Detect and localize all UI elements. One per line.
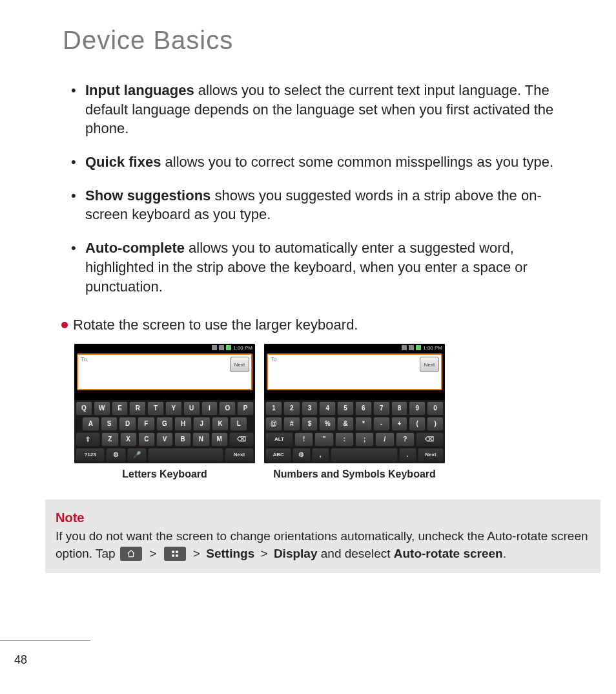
key: F xyxy=(138,417,155,431)
key: L xyxy=(230,417,247,431)
key: R xyxy=(129,401,146,415)
space-key xyxy=(148,448,223,462)
svg-rect-3 xyxy=(176,555,178,558)
key: 2 xyxy=(283,401,300,415)
svg-rect-1 xyxy=(176,551,178,554)
key: A xyxy=(82,417,99,431)
alt-key: ALT xyxy=(265,432,293,447)
key: Y xyxy=(165,401,182,415)
battery-icon xyxy=(226,345,231,350)
signal-icon xyxy=(402,345,407,350)
list-item: Quick fixes allows you to correct some c… xyxy=(71,152,577,172)
space-key xyxy=(331,448,398,462)
svg-rect-0 xyxy=(172,551,174,554)
key: 1 xyxy=(265,401,282,415)
next-button: Next xyxy=(420,357,439,372)
key: H xyxy=(174,417,192,431)
page-title: Device Basics xyxy=(63,26,577,55)
key: O xyxy=(219,401,236,415)
path-autorotate: Auto-rotate screen xyxy=(394,547,503,560)
network-icon xyxy=(219,345,224,350)
key: J xyxy=(193,417,210,431)
feature-label: Auto-complete xyxy=(85,240,185,256)
note-body-post: . xyxy=(503,547,506,560)
suggestion-bar xyxy=(264,392,445,400)
page-number: 48 xyxy=(14,653,27,667)
key: S xyxy=(101,417,118,431)
key: ! xyxy=(294,432,313,447)
key: @ xyxy=(265,417,282,431)
feature-label: Quick fixes xyxy=(85,154,161,170)
text-input-area: To Next xyxy=(267,353,442,390)
svg-rect-2 xyxy=(172,555,174,558)
key: Z xyxy=(101,432,118,447)
next-key: Next xyxy=(225,448,254,462)
status-time: 1:00 PM xyxy=(423,345,442,351)
key: K xyxy=(212,417,229,431)
key: 6 xyxy=(355,401,372,415)
feature-label: Input languages xyxy=(85,82,194,98)
caption-letters: Letters Keyboard xyxy=(74,468,255,480)
breadcrumb-sep: > xyxy=(260,547,267,560)
key: ) xyxy=(427,417,444,431)
key: I xyxy=(201,401,218,415)
key: & xyxy=(337,417,354,431)
key: P xyxy=(237,401,254,415)
rotate-instruction: Rotate the screen to use the larger keyb… xyxy=(61,315,577,335)
path-settings: Settings xyxy=(206,547,254,560)
caption-numbers: Numbers and Symbols Keyboard xyxy=(264,468,445,480)
status-bar: 1:00 PM xyxy=(264,344,445,352)
next-key: Next xyxy=(418,448,444,462)
input-to-label: To xyxy=(268,355,418,364)
key: G xyxy=(156,417,174,431)
network-icon xyxy=(409,345,414,350)
key: - xyxy=(373,417,390,431)
note-box: Note If you do not want the screen to ch… xyxy=(45,499,601,573)
text-input-area: To Next xyxy=(77,353,252,390)
home-icon xyxy=(120,547,142,561)
key: C xyxy=(138,432,155,447)
footer-rule xyxy=(0,640,90,641)
key: 9 xyxy=(409,401,426,415)
key: 3 xyxy=(302,401,318,415)
list-item: Auto-complete allows you to automaticall… xyxy=(71,238,577,296)
screenshot-row: 1:00 PM To Next Q W E R T Y U I O P xyxy=(74,344,577,463)
next-button: Next xyxy=(230,357,249,372)
key: ; xyxy=(355,432,374,447)
apps-icon xyxy=(164,547,186,561)
mic-key: 🎤 xyxy=(127,448,147,462)
key: ( xyxy=(409,417,426,431)
key: : xyxy=(335,432,354,447)
key: N xyxy=(192,432,209,447)
key: 4 xyxy=(319,401,336,415)
bullet-icon xyxy=(61,322,68,328)
input-to-label: To xyxy=(78,355,228,364)
key: + xyxy=(391,417,408,431)
screenshot-captions: Letters Keyboard Numbers and Symbols Key… xyxy=(74,468,577,480)
path-display: Display xyxy=(274,547,318,560)
key: X xyxy=(120,432,137,447)
backspace-key: ⌫ xyxy=(416,432,444,447)
keyboard-letters: Q W E R T Y U I O P A S D F G H xyxy=(74,400,255,463)
key: / xyxy=(375,432,394,447)
key: % xyxy=(319,417,336,431)
screenshot-letters-keyboard: 1:00 PM To Next Q W E R T Y U I O P xyxy=(74,344,255,463)
period-key: . xyxy=(399,448,416,462)
key: V xyxy=(156,432,173,447)
suggestion-bar xyxy=(74,392,255,400)
symbol-toggle-key: ?123 xyxy=(76,448,105,462)
comma-key: , xyxy=(312,448,329,462)
key: $ xyxy=(302,417,318,431)
backspace-key: ⌫ xyxy=(229,432,254,447)
status-bar: 1:00 PM xyxy=(74,344,255,352)
settings-key: ⚙ xyxy=(293,448,310,462)
key: 8 xyxy=(391,401,408,415)
note-heading: Note xyxy=(56,509,590,527)
key: M xyxy=(211,432,228,447)
breadcrumb-sep: > xyxy=(193,547,200,560)
status-time: 1:00 PM xyxy=(233,345,252,351)
feature-label: Show suggestions xyxy=(85,187,210,204)
key: 0 xyxy=(427,401,444,415)
key: T xyxy=(147,401,164,415)
signal-icon xyxy=(212,345,217,350)
